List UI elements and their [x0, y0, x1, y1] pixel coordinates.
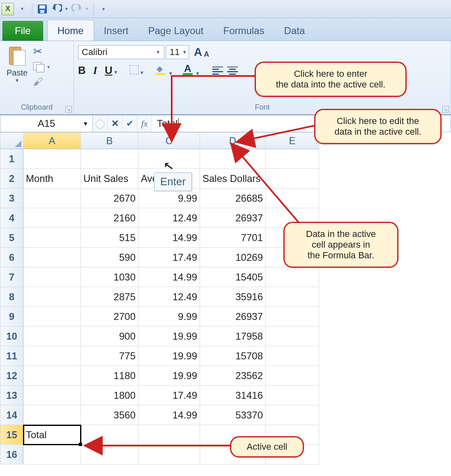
copy-button[interactable]: ▼ — [33, 62, 51, 72]
cell-B1[interactable] — [81, 149, 138, 169]
decrease-font-button[interactable]: A — [204, 50, 209, 59]
cell-D14[interactable]: 53370 — [200, 405, 266, 425]
cell-E13[interactable] — [266, 386, 319, 405]
cell-C16[interactable] — [138, 445, 200, 465]
underline-button[interactable]: U▼ — [105, 64, 118, 77]
file-tab[interactable]: File — [2, 21, 43, 41]
col-header-C[interactable]: C — [138, 133, 200, 149]
cell-A9[interactable] — [23, 307, 81, 327]
tab-insert[interactable]: Insert — [94, 20, 138, 41]
cell-D10[interactable]: 17958 — [200, 327, 266, 346]
align-center-button[interactable] — [227, 67, 238, 75]
cell-B7[interactable]: 1030 — [81, 267, 138, 287]
borders-button[interactable]: ▼ — [130, 65, 145, 76]
cell-E2[interactable] — [266, 169, 319, 189]
cell-C5[interactable]: 14.99 — [138, 228, 200, 248]
cell-A8[interactable] — [23, 287, 81, 307]
col-header-A[interactable]: A — [23, 133, 81, 149]
row-header-8[interactable]: 8 — [0, 287, 23, 307]
cell-E8[interactable] — [266, 287, 319, 307]
cell-B9[interactable]: 2700 — [81, 307, 138, 327]
qat-dropdown[interactable]: ▼ — [16, 3, 28, 15]
cell-B16[interactable] — [81, 445, 138, 465]
tab-home[interactable]: Home — [47, 20, 94, 41]
cell-B3[interactable]: 2670 — [81, 189, 138, 208]
cell-C13[interactable]: 17.49 — [138, 386, 200, 405]
cell-E14[interactable] — [266, 405, 319, 425]
cell-E10[interactable] — [266, 327, 319, 346]
cell-B13[interactable]: 1800 — [81, 386, 138, 405]
paste-button[interactable]: Paste ▼ — [4, 44, 30, 84]
cell-C9[interactable]: 9.99 — [138, 307, 200, 327]
cell-B5[interactable]: 515 — [81, 228, 138, 248]
row-header-1[interactable]: 1 — [0, 149, 23, 169]
undo-button[interactable] — [51, 3, 62, 15]
cell-E9[interactable] — [266, 307, 319, 327]
cell-D13[interactable]: 31416 — [200, 386, 266, 405]
cell-B11[interactable]: 775 — [81, 346, 138, 366]
bold-button[interactable]: B — [78, 64, 86, 77]
cell-D6[interactable]: 10269 — [200, 248, 266, 267]
cell-A5[interactable] — [23, 228, 81, 248]
font-dialog-launcher[interactable]: ↘ — [442, 106, 449, 113]
cell-D1[interactable] — [200, 149, 266, 169]
col-header-E[interactable]: E — [266, 133, 319, 149]
italic-button[interactable]: I — [93, 64, 97, 77]
cell-A6[interactable] — [23, 248, 81, 267]
clipboard-dialog-launcher[interactable]: ↘ — [65, 106, 72, 113]
cell-D9[interactable]: 26937 — [200, 307, 266, 327]
row-header-16[interactable]: 16 — [0, 445, 23, 465]
cell-C4[interactable]: 12.49 — [138, 208, 200, 228]
tab-data[interactable]: Data — [274, 20, 315, 41]
name-box[interactable]: A15 ▼ — [0, 115, 93, 132]
row-header-3[interactable]: 3 — [0, 189, 23, 208]
cell-A2[interactable]: Month — [23, 169, 81, 189]
row-header-2[interactable]: 2 — [0, 169, 23, 189]
redo-button[interactable] — [71, 3, 83, 15]
undo-split[interactable]: ▼ — [64, 7, 69, 11]
insert-function-button[interactable]: fx — [137, 115, 152, 132]
cell-E11[interactable] — [266, 346, 319, 366]
font-color-button[interactable]: ▼ — [183, 64, 200, 77]
select-all-corner[interactable] — [0, 133, 23, 149]
cell-D3[interactable]: 26685 — [200, 189, 266, 208]
cell-D7[interactable]: 15405 — [200, 267, 266, 287]
enter-button[interactable]: ✔ — [122, 115, 137, 132]
cell-B12[interactable]: 1180 — [81, 366, 138, 386]
cell-C8[interactable]: 12.49 — [138, 287, 200, 307]
row-header-14[interactable]: 14 — [0, 405, 23, 425]
customize-qat[interactable]: ▾ — [98, 3, 109, 15]
cell-A10[interactable] — [23, 327, 81, 346]
cell-E1[interactable] — [266, 149, 319, 169]
increase-font-button[interactable]: A — [194, 46, 202, 59]
row-header-5[interactable]: 5 — [0, 228, 23, 248]
cell-B15[interactable] — [81, 425, 138, 445]
cell-C3[interactable]: 9.99 — [138, 189, 200, 208]
cell-A11[interactable] — [23, 346, 81, 366]
cell-C14[interactable]: 14.99 — [138, 405, 200, 425]
cell-A13[interactable] — [23, 386, 81, 405]
cell-B6[interactable]: 590 — [81, 248, 138, 267]
excel-app-icon[interactable]: X — [2, 3, 14, 15]
format-painter-button[interactable]: 🖌 — [33, 76, 51, 87]
row-header-4[interactable]: 4 — [0, 208, 23, 228]
row-header-10[interactable]: 10 — [0, 327, 23, 346]
paste-split[interactable]: ▼ — [15, 78, 20, 83]
cell-A14[interactable] — [23, 405, 81, 425]
row-header-7[interactable]: 7 — [0, 267, 23, 287]
col-header-B[interactable]: B — [81, 133, 138, 149]
cell-B4[interactable]: 2160 — [81, 208, 138, 228]
row-header-11[interactable]: 11 — [0, 346, 23, 366]
cell-B2[interactable]: Unit Sales — [81, 169, 138, 189]
row-header-15[interactable]: 15 — [0, 425, 23, 445]
cell-C12[interactable]: 19.99 — [138, 366, 200, 386]
row-header-13[interactable]: 13 — [0, 386, 23, 405]
cell-D2[interactable]: Sales Dollars — [200, 169, 266, 189]
expand-formula-button[interactable]: ◯ — [93, 115, 108, 132]
cell-D12[interactable]: 23562 — [200, 366, 266, 386]
cell-A12[interactable] — [23, 366, 81, 386]
cell-D11[interactable]: 15708 — [200, 346, 266, 366]
cell-D4[interactable]: 26937 — [200, 208, 266, 228]
cell-E12[interactable] — [266, 366, 319, 386]
font-name-combo[interactable]: Calibri ▼ — [78, 45, 164, 59]
